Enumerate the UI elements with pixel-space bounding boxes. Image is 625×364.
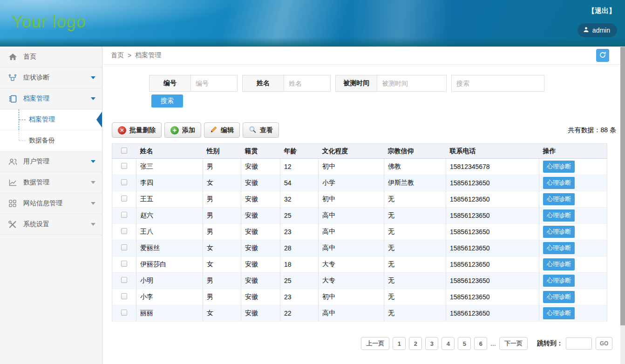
vertical-scrollbar[interactable] — [620, 47, 625, 364]
column-header-religion: 宗教信仰 — [384, 144, 446, 159]
test-time-field[interactable] — [377, 75, 447, 92]
jump-to-input[interactable] — [566, 337, 592, 350]
cell-gender: 男 — [203, 191, 241, 208]
active-item-arrow — [96, 112, 102, 128]
scrollbar-thumb[interactable] — [620, 47, 625, 325]
page-number-button[interactable]: 1 — [393, 337, 406, 350]
row-checkbox[interactable] — [121, 293, 127, 299]
psych-diagnosis-button[interactable]: 心理诊断 — [543, 177, 575, 189]
cell-name: 赵六 — [136, 208, 203, 224]
page-number-button[interactable]: 6 — [474, 337, 487, 350]
cell-religion: 无 — [384, 208, 446, 224]
row-checkbox[interactable] — [121, 277, 127, 283]
row-checkbox[interactable] — [121, 195, 127, 202]
next-page-button[interactable]: 下一页 — [499, 337, 528, 350]
go-button[interactable]: GO — [596, 337, 612, 350]
sidebar-subitem-archive-management[interactable]: 档案管理 — [0, 109, 102, 130]
psych-diagnosis-button[interactable]: 心理诊断 — [543, 258, 575, 270]
row-checkbox[interactable] — [121, 261, 127, 267]
sidebar-item-user-management[interactable]: 用户管理 — [0, 151, 102, 172]
sidebar-item-label: 系统设置 — [23, 220, 49, 229]
row-checkbox[interactable] — [121, 212, 127, 218]
add-button[interactable]: + 添加 — [164, 122, 201, 138]
cell-gender: 男 — [203, 159, 241, 175]
psych-diagnosis-button[interactable]: 心理诊断 — [543, 161, 575, 173]
search-button[interactable]: 搜索 — [151, 94, 183, 108]
psych-diagnosis-button[interactable]: 心理诊断 — [543, 226, 575, 238]
cell-religion: 伊斯兰教 — [384, 175, 446, 191]
sidebar-item-home[interactable]: 首页 — [0, 47, 102, 67]
row-checkbox[interactable] — [121, 244, 127, 250]
table-row: 李四 女 安徽 54 小学 伊斯兰教 15856123650 心理诊断 — [112, 175, 607, 191]
cell-name: 丽丽 — [136, 305, 203, 322]
chevron-down-icon — [91, 76, 95, 79]
main-content: 编号 姓名 被测时间 搜索 ✕ 批量删除 + 添加 — [103, 65, 625, 364]
cell-phone: 15856123650 — [446, 289, 539, 305]
chevron-down-icon — [91, 181, 95, 184]
name-field[interactable] — [284, 75, 331, 92]
cell-origin: 安徽 — [241, 175, 280, 191]
cell-origin: 安徽 — [241, 240, 280, 256]
archive-icon — [7, 95, 18, 103]
select-all-checkbox[interactable] — [121, 148, 127, 154]
keyword-field[interactable] — [451, 75, 544, 92]
sidebar-subitem-data-backup[interactable]: 数据备份 — [0, 130, 102, 151]
batch-delete-button[interactable]: ✕ 批量删除 — [112, 122, 162, 138]
sidebar-item-data-management[interactable]: 数据管理 — [0, 172, 102, 193]
row-checkbox[interactable] — [121, 228, 127, 234]
table-row: 小李 男 安徽 23 初中 无 15856123650 心理诊断 — [112, 289, 607, 305]
diagnosis-icon — [7, 74, 18, 81]
prev-page-button[interactable]: 上一页 — [361, 337, 389, 350]
chevron-down-icon — [91, 97, 95, 100]
search-form: 编号 姓名 被测时间 搜索 — [103, 65, 625, 108]
column-header-education: 文化程度 — [319, 144, 384, 159]
records-table: 姓名 性别 籍贯 年龄 文化程度 宗教信仰 联系电话 操作 张三 男 安徽 12… — [112, 143, 607, 322]
row-checkbox[interactable] — [121, 163, 127, 169]
logout-link[interactable]: 【退出】 — [588, 7, 616, 15]
page-number-button[interactable]: 4 — [442, 337, 455, 350]
cell-name: 伊丽莎白 — [136, 256, 203, 273]
psych-diagnosis-button[interactable]: 心理诊断 — [543, 209, 575, 222]
psych-diagnosis-button[interactable]: 心理诊断 — [543, 242, 575, 254]
home-icon — [7, 53, 18, 61]
cell-gender: 女 — [203, 256, 241, 273]
psych-diagnosis-button[interactable]: 心理诊断 — [543, 291, 575, 303]
page-number-button[interactable]: 3 — [425, 337, 438, 350]
id-field[interactable] — [191, 75, 238, 92]
sidebar-item-label: 数据管理 — [23, 178, 49, 187]
column-header-name: 姓名 — [136, 144, 203, 159]
breadcrumb-home[interactable]: 首页 — [111, 51, 124, 60]
sidebar-item-label: 首页 — [23, 53, 36, 61]
current-user-button[interactable]: admin — [577, 23, 617, 37]
view-button[interactable]: 查看 — [243, 122, 279, 138]
cell-age: 23 — [280, 289, 319, 305]
cell-phone: 15812345678 — [446, 159, 539, 175]
column-header-actions: 操作 — [539, 144, 607, 159]
sidebar-item-system-settings[interactable]: 系统设置 — [0, 214, 102, 235]
page-number-button[interactable]: 5 — [458, 337, 471, 350]
psych-diagnosis-button[interactable]: 心理诊断 — [543, 193, 575, 205]
grid-icon — [7, 200, 18, 207]
psych-diagnosis-button[interactable]: 心理诊断 — [543, 275, 575, 287]
row-checkbox[interactable] — [121, 179, 127, 185]
tree-line — [19, 130, 19, 141]
sidebar-item-archive-management[interactable]: 档案管理 — [0, 88, 102, 109]
cell-education: 高中 — [319, 224, 384, 240]
page-number-button[interactable]: 2 — [409, 337, 422, 350]
row-checkbox[interactable] — [121, 310, 127, 316]
refresh-button[interactable] — [596, 49, 609, 62]
cell-origin: 安徽 — [241, 208, 280, 224]
psych-diagnosis-button[interactable]: 心理诊断 — [543, 307, 575, 319]
edit-label: 编辑 — [221, 126, 234, 135]
cell-phone: 15856123650 — [446, 191, 539, 208]
edit-button[interactable]: 编辑 — [204, 122, 240, 138]
cell-phone: 15856123650 — [446, 224, 539, 240]
cell-gender: 女 — [203, 240, 241, 256]
app-header: Your logo 【退出】 admin — [0, 0, 625, 47]
sidebar-subitem-label: 档案管理 — [29, 115, 55, 124]
toolbar: ✕ 批量删除 + 添加 编辑 查看 共有数据： — [112, 122, 616, 138]
cell-religion: 无 — [384, 256, 446, 273]
sidebar-item-site-info-management[interactable]: 网站信息管理 — [0, 193, 102, 214]
sidebar-item-symptom-diagnosis[interactable]: 症状诊断 — [0, 67, 102, 88]
cell-education: 大专 — [319, 256, 384, 273]
